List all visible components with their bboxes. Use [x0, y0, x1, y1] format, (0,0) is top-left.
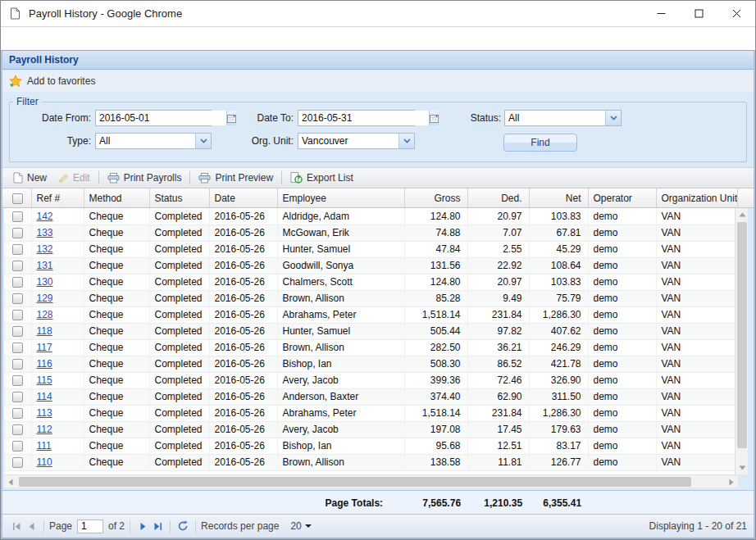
last-page-icon[interactable] — [150, 519, 165, 533]
first-page-icon[interactable] — [9, 519, 24, 533]
ref-link[interactable]: 132 — [37, 243, 53, 255]
date-from-field[interactable] — [95, 110, 212, 126]
table-row[interactable]: 132 Cheque Completed 2016-05-26 Hunter, … — [4, 241, 738, 257]
column-header-operator[interactable]: Operator — [588, 188, 656, 207]
org-unit-combobox[interactable]: Vancouver — [298, 133, 415, 149]
row-checkbox[interactable] — [12, 211, 23, 222]
scroll-right-icon[interactable] — [725, 475, 738, 488]
edit-button[interactable]: Edit — [52, 170, 96, 185]
vertical-scrollbar-thumb[interactable] — [737, 222, 747, 448]
column-header-ref[interactable]: Ref # — [31, 188, 84, 207]
column-header-net[interactable]: Net — [529, 188, 588, 207]
row-checkbox[interactable] — [12, 261, 23, 271]
date-to-input[interactable] — [298, 111, 429, 125]
row-checkbox[interactable] — [12, 359, 23, 370]
next-page-icon[interactable] — [135, 519, 150, 533]
scroll-down-icon[interactable] — [736, 461, 749, 474]
cell-date: 2016-05-26 — [209, 339, 277, 356]
find-button[interactable]: Find — [503, 134, 577, 152]
date-to-field[interactable] — [298, 110, 415, 126]
refresh-icon[interactable] — [175, 519, 190, 533]
row-checkbox[interactable] — [12, 375, 23, 386]
status-chevron-down-icon[interactable] — [605, 111, 621, 125]
column-header-status[interactable]: Status — [149, 188, 209, 207]
ref-link[interactable]: 112 — [37, 424, 52, 435]
column-header-gross[interactable]: Gross — [404, 188, 467, 207]
ref-link[interactable]: 129 — [37, 293, 53, 304]
type-combobox[interactable]: All — [95, 133, 212, 149]
print-preview-button[interactable]: Print Preview — [193, 170, 279, 185]
cell-gross: 282.50 — [404, 339, 467, 356]
table-row[interactable]: 115 Cheque Completed 2016-05-26 Avery, J… — [4, 372, 738, 388]
column-header-employee[interactable]: Employee — [277, 188, 404, 207]
row-checkbox[interactable] — [12, 244, 23, 255]
date-from-input[interactable] — [96, 111, 226, 125]
scroll-up-icon[interactable] — [736, 208, 749, 221]
horizontal-scrollbar[interactable] — [4, 474, 738, 488]
table-row[interactable]: 112 Cheque Completed 2016-05-26 Avery, J… — [4, 421, 738, 438]
ref-link[interactable]: 118 — [37, 325, 52, 337]
row-checkbox[interactable] — [12, 310, 23, 320]
status-combobox[interactable]: All — [504, 110, 622, 126]
table-row[interactable]: 117 Cheque Completed 2016-05-26 Brown, A… — [4, 339, 738, 356]
ref-link[interactable]: 110 — [37, 456, 52, 468]
ref-link[interactable]: 133 — [37, 227, 53, 238]
row-checkbox[interactable] — [12, 326, 23, 337]
table-row[interactable]: 116 Cheque Completed 2016-05-26 Bishop, … — [4, 356, 738, 372]
column-header-method[interactable]: Method — [84, 188, 149, 207]
cell-date: 2016-05-26 — [209, 208, 277, 225]
row-checkbox[interactable] — [12, 228, 23, 238]
column-header-ded[interactable]: Ded. — [467, 188, 529, 207]
row-checkbox[interactable] — [12, 277, 23, 288]
horizontal-scrollbar-thumb[interactable] — [19, 477, 691, 487]
table-row[interactable]: 111 Cheque Completed 2016-05-26 Bishop, … — [4, 438, 738, 454]
ref-link[interactable]: 128 — [37, 309, 53, 320]
add-to-favorites-link[interactable]: Add to favorites — [27, 75, 95, 87]
table-row[interactable]: 110 Cheque Completed 2016-05-26 Brown, A… — [4, 454, 738, 470]
ref-link[interactable]: 130 — [37, 276, 53, 288]
row-checkbox[interactable] — [12, 408, 23, 419]
prev-page-icon[interactable] — [24, 519, 39, 533]
row-checkbox[interactable] — [12, 441, 23, 452]
vertical-scrollbar[interactable] — [735, 208, 748, 474]
page-number-input[interactable] — [77, 520, 103, 533]
table-row[interactable]: 133 Cheque Completed 2016-05-26 McGowan,… — [4, 225, 738, 241]
org-unit-chevron-down-icon[interactable] — [398, 134, 414, 148]
close-icon[interactable] — [717, 1, 755, 26]
row-checkbox[interactable] — [12, 343, 23, 353]
ref-link[interactable]: 115 — [37, 374, 52, 386]
ref-link[interactable]: 142 — [37, 211, 53, 222]
print-payrolls-button[interactable]: Print Payrolls — [102, 170, 188, 185]
row-checkbox[interactable] — [12, 392, 23, 402]
ref-link[interactable]: 131 — [37, 260, 53, 271]
minimize-icon[interactable] — [642, 1, 680, 26]
type-chevron-down-icon[interactable] — [195, 134, 211, 148]
records-per-page-select[interactable]: 20 — [290, 520, 311, 532]
records-chevron-down-icon — [305, 524, 312, 528]
scroll-left-icon[interactable] — [4, 475, 17, 488]
ref-link[interactable]: 113 — [37, 407, 52, 419]
table-row[interactable]: 129 Cheque Completed 2016-05-26 Brown, A… — [4, 290, 738, 306]
row-checkbox[interactable] — [12, 293, 23, 304]
table-row[interactable]: 128 Cheque Completed 2016-05-26 Abrahams… — [4, 306, 738, 323]
table-row[interactable]: 130 Cheque Completed 2016-05-26 Chalmers… — [4, 274, 738, 290]
new-button[interactable]: New — [7, 170, 52, 185]
column-header-date[interactable]: Date — [209, 188, 277, 207]
ref-link[interactable]: 117 — [37, 342, 52, 353]
ref-link[interactable]: 116 — [37, 358, 52, 370]
row-checkbox[interactable] — [12, 457, 23, 468]
column-header-org-unit[interactable]: Organization Unit — [656, 188, 738, 207]
table-row[interactable]: 114 Cheque Completed 2016-05-26 Anderson… — [4, 388, 738, 405]
maximize-icon[interactable] — [680, 1, 717, 26]
ref-link[interactable]: 111 — [37, 440, 52, 452]
cell-date: 2016-05-26 — [209, 372, 277, 388]
row-checkbox[interactable] — [12, 424, 23, 435]
edit-pencil-icon — [58, 173, 69, 184]
ref-link[interactable]: 114 — [37, 391, 52, 402]
export-list-button[interactable]: Export List — [285, 170, 359, 185]
table-row[interactable]: 113 Cheque Completed 2016-05-26 Abrahams… — [4, 405, 738, 421]
table-row[interactable]: 131 Cheque Completed 2016-05-26 Goodwill… — [4, 257, 738, 274]
table-row[interactable]: 118 Cheque Completed 2016-05-26 Hunter, … — [4, 323, 738, 339]
select-all-checkbox[interactable] — [12, 193, 23, 204]
table-row[interactable]: 142 Cheque Completed 2016-05-26 Aldridge… — [4, 208, 738, 225]
